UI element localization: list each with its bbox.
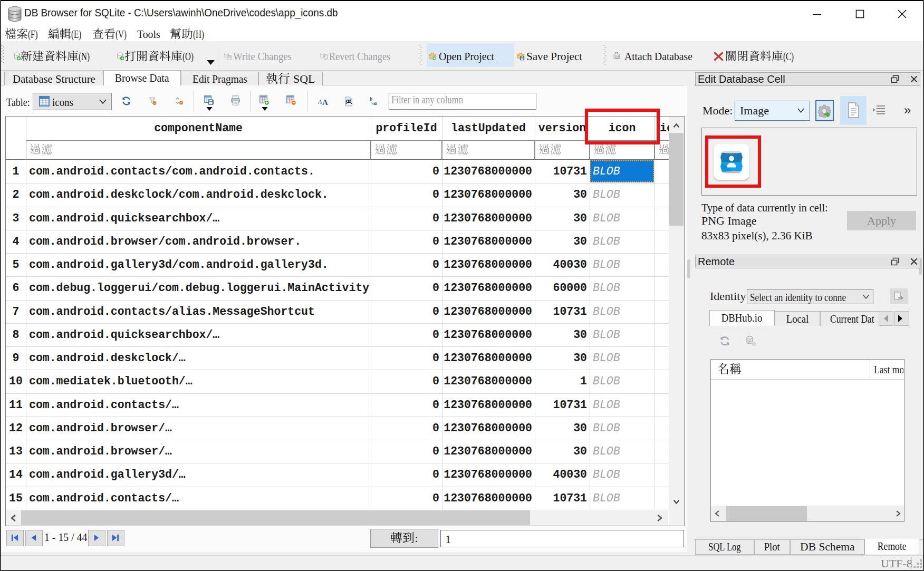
svg-text:A: A [318, 98, 322, 105]
svg-text:a: a [373, 99, 377, 106]
svg-text:b: b [370, 96, 372, 102]
svg-text:A: A [322, 98, 328, 105]
